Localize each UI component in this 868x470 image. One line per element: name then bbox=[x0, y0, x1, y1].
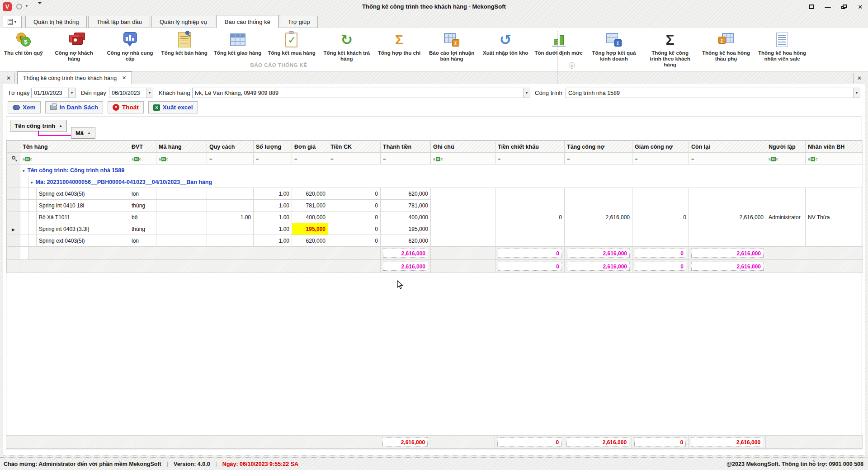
cell-ten-hang[interactable]: Spring ext 0403(5l) bbox=[37, 188, 129, 200]
cell-dvt[interactable]: bộ bbox=[129, 212, 156, 223]
col-header-ma-hang[interactable]: Mã hàng bbox=[156, 141, 207, 153]
cell-thanh-tien[interactable]: 195,000 bbox=[381, 223, 431, 235]
cell-so-luong[interactable]: 1.00 bbox=[254, 188, 292, 200]
filter-cell-giam-cong-no[interactable]: = bbox=[632, 153, 689, 164]
filter-cell-tien-ck[interactable]: = bbox=[328, 153, 381, 164]
close-document-button[interactable]: ✕ bbox=[854, 73, 865, 83]
project-combo[interactable]: Công trình nhà 1589 ▼ bbox=[566, 88, 860, 98]
cell-dvt[interactable]: thùng bbox=[129, 200, 156, 212]
menu-tab-quan-tri-he-thong[interactable]: Quản trị hệ thống bbox=[25, 16, 87, 28]
ribbon-item-tong-ket-khach-tra-hang[interactable]: ↻ Tổng kết khách trả hàng bbox=[319, 30, 375, 62]
col-header-thanh-tien[interactable]: Thành tiền bbox=[381, 141, 431, 153]
menu-tab-bao-cao-thong-ke[interactable]: Báo cáo thống kê bbox=[217, 15, 278, 28]
cell-tien-ck[interactable]: 0 bbox=[328, 188, 381, 200]
cell-thanh-tien[interactable]: 781,000 bbox=[381, 200, 431, 212]
close-all-tabs-button[interactable]: ✕ bbox=[3, 73, 14, 83]
ribbon-item-tong-hop-thu-chi[interactable]: Σ Tổng hợp thu chi bbox=[375, 30, 424, 56]
ribbon-item-tong-ket-ban-hang[interactable]: Tổng kết bán hàng bbox=[158, 30, 211, 56]
cell-quy-cach[interactable] bbox=[207, 223, 254, 235]
cell-so-luong[interactable]: 1.00 bbox=[254, 212, 292, 223]
dropdown-caret-icon[interactable]: ▼ bbox=[523, 88, 530, 98]
cell-thanh-tien[interactable]: 620,000 bbox=[381, 235, 431, 247]
print-list-button[interactable]: In Danh Sách bbox=[45, 101, 104, 113]
cell-so-luong[interactable]: 1.00 bbox=[254, 235, 292, 247]
filter-cell-nguoi-lap[interactable]: aBc bbox=[766, 153, 806, 164]
restore-button[interactable] bbox=[839, 2, 849, 11]
ribbon-item-xuat-nhap-ton-kho[interactable]: ↺ Xuất nhập tồn kho bbox=[480, 30, 531, 56]
cell-nguoi-lap-merged[interactable]: Administrator bbox=[766, 188, 806, 247]
col-header-nhan-vien-bh[interactable]: Nhân viên BH bbox=[806, 141, 863, 153]
cell-ma-hang[interactable] bbox=[156, 235, 207, 247]
col-header-so-luong[interactable]: Số lượng bbox=[254, 141, 292, 153]
data-row[interactable]: Spring ext 0403(5l) lon 1.00 620,000 0 6… bbox=[7, 188, 863, 200]
filter-cell-nhan-vien-bh[interactable]: aBc bbox=[806, 153, 863, 164]
group-row-level2[interactable]: ▾Mã: 20231004000056__PBH00004-041023__04… bbox=[7, 176, 863, 188]
ribbon-collapse-button[interactable]: ▴ bbox=[569, 62, 575, 69]
col-header-con-lai[interactable]: Còn lại bbox=[689, 141, 766, 153]
fullscreen-button[interactable] bbox=[807, 2, 816, 11]
cell-nhan-vien-bh-merged[interactable]: NV Thừa bbox=[806, 188, 863, 247]
sort-asc-icon[interactable]: ▲ bbox=[59, 124, 62, 128]
cell-don-gia[interactable]: 620,000 bbox=[292, 235, 328, 247]
cell-dvt[interactable]: thùng bbox=[129, 223, 156, 235]
ribbon-item-tong-ket-mua-hang[interactable]: ✓ Tổng kết mua hàng bbox=[264, 30, 318, 56]
filter-cell-ten-hang[interactable]: aBc bbox=[20, 153, 129, 164]
cell-so-luong[interactable]: 1.00 bbox=[254, 200, 292, 212]
from-date-input[interactable]: 01/10/2023 ▼ bbox=[31, 88, 75, 98]
col-header-tien-chiet-khau[interactable]: Tiền chiết khấu bbox=[495, 141, 565, 153]
cell-ma-hang[interactable] bbox=[156, 212, 207, 223]
cell-don-gia[interactable]: 781,000 bbox=[292, 200, 328, 212]
cell-tien-chiet-khau-merged[interactable]: 0 bbox=[495, 188, 565, 247]
group-field-code[interactable]: Mã ▲ bbox=[71, 127, 95, 139]
col-header-tien-ck[interactable]: Tiền CK bbox=[328, 141, 381, 153]
ribbon-item-thong-ke-hoa-hong-thau-phu[interactable]: Σ Thống kê hoa hồng thầu phụ bbox=[698, 30, 754, 62]
close-tab-icon[interactable]: ✕ bbox=[122, 75, 126, 81]
cell-giam-cong-no-merged[interactable]: 0 bbox=[632, 188, 689, 247]
sort-asc-icon[interactable]: ▲ bbox=[87, 131, 91, 135]
minimize-button[interactable]: — bbox=[823, 2, 833, 11]
collapse-triangle-icon[interactable]: ▾ bbox=[23, 169, 25, 173]
cell-don-gia[interactable]: 400,000 bbox=[292, 212, 328, 223]
cell-ma-hang[interactable] bbox=[156, 200, 207, 212]
ribbon-item-cong-no-nha-cung-cap[interactable]: Công nợ nhà cung cấp bbox=[102, 30, 158, 62]
menu-tab-tro-giup[interactable]: Trợ giúp bbox=[280, 16, 318, 28]
cell-so-luong[interactable]: 1.00 bbox=[254, 223, 292, 235]
cell-quy-cach[interactable] bbox=[207, 188, 254, 200]
cell-con-lai-merged[interactable]: 2,616,000 bbox=[689, 188, 766, 247]
filter-cell-tien-chiet-khau[interactable]: = bbox=[495, 153, 565, 164]
ribbon-item-tong-hop-ket-qua-kinh-doanh[interactable]: Σ Tổng hợp kết quả kinh doanh bbox=[586, 30, 642, 62]
cell-ten-hang[interactable]: Spring int 0410 18l bbox=[37, 200, 129, 212]
filter-cell-so-luong[interactable]: = bbox=[254, 153, 292, 164]
collapse-triangle-icon[interactable]: ▾ bbox=[31, 180, 33, 185]
col-header-giam-cong-no[interactable]: Giảm công nợ bbox=[632, 141, 689, 153]
col-header-don-gia[interactable]: Đơn giá bbox=[292, 141, 328, 153]
cell-ten-hang[interactable]: Bộ Xả T1011 bbox=[37, 212, 129, 223]
ribbon-item-thong-ke-hoa-hong-nhan-vien-sale[interactable]: Thống kê hoa hồng nhân viên sale bbox=[754, 30, 810, 62]
cell-quy-cach[interactable] bbox=[207, 235, 254, 247]
group-caption-code[interactable]: ▾Mã: 20231004000056__PBH00004-041023__04… bbox=[28, 176, 863, 188]
menu-tab-quan-ly-nghiep-vu[interactable]: Quản lý nghiệp vụ bbox=[151, 16, 215, 28]
exit-button[interactable]: ✕ Thoát bbox=[108, 101, 144, 113]
close-button[interactable]: ✕ bbox=[855, 2, 865, 11]
cell-ma-hang[interactable] bbox=[156, 223, 207, 235]
cell-ma-hang[interactable] bbox=[156, 188, 207, 200]
filter-cell-con-lai[interactable]: = bbox=[689, 153, 766, 164]
col-header-dvt[interactable]: ĐVT bbox=[129, 141, 156, 153]
to-date-input[interactable]: 06/10/2023 ▼ bbox=[109, 88, 153, 98]
dropdown-caret-icon[interactable]: ▼ bbox=[68, 88, 75, 98]
ribbon-item-thong-ke-cong-trinh-theo-khach-hang[interactable]: Σ Thống kê công trình theo khách hàng bbox=[642, 30, 698, 68]
filter-cell-thanh-tien[interactable]: = bbox=[381, 153, 431, 164]
group-by-panel[interactable]: Tên công trình ▲ Mã ▲ bbox=[6, 117, 862, 141]
filter-cell-ghi-chu[interactable]: aBc bbox=[431, 153, 495, 164]
col-header-ten-hang[interactable]: Tên hàng bbox=[20, 141, 129, 153]
filter-cell-don-gia[interactable]: = bbox=[292, 153, 328, 164]
group-caption-project[interactable]: ▾Tên công trình: Công trình nhà 1589 bbox=[20, 164, 863, 176]
cell-thanh-tien[interactable]: 620,000 bbox=[381, 188, 431, 200]
ribbon-item-cong-no-khach-hang[interactable]: Công nợ khách hàng bbox=[46, 30, 102, 62]
cell-tien-ck[interactable]: 0 bbox=[328, 200, 381, 212]
col-header-ghi-chu[interactable]: Ghi chú bbox=[431, 141, 495, 153]
dropdown-caret-icon[interactable]: ▼ bbox=[853, 88, 860, 98]
cell-don-gia-selected[interactable]: 195,000 bbox=[292, 223, 328, 235]
export-excel-button[interactable]: X Xuất excel bbox=[148, 101, 198, 113]
cell-tien-ck[interactable]: 0 bbox=[328, 235, 381, 247]
